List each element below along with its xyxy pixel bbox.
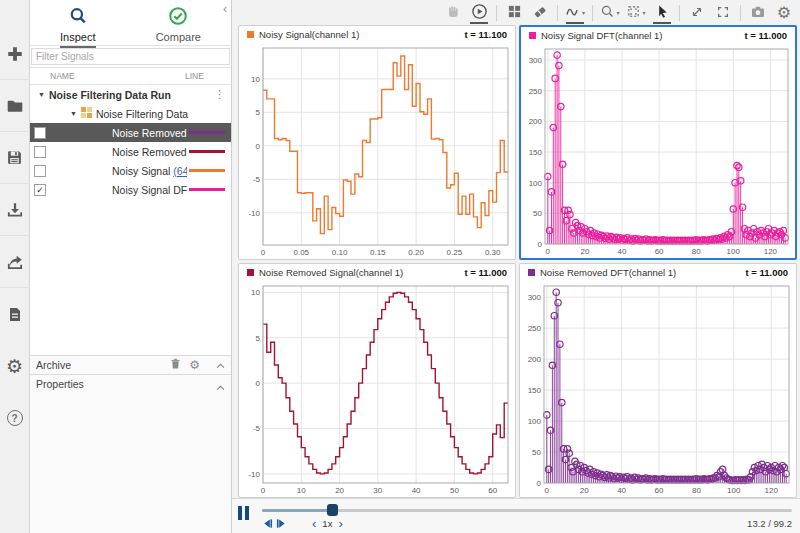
preferences-button[interactable]: ⚙ bbox=[0, 340, 30, 392]
help-button[interactable]: ? bbox=[0, 392, 30, 444]
signal-row[interactable]: Noisy Signal (64 x 1) bbox=[30, 161, 231, 180]
properties-label: Properties bbox=[36, 378, 84, 390]
fullscreen-button[interactable] bbox=[711, 2, 735, 24]
noisy-signal-plot[interactable]: 00.050.100.150.200.250.30-10-50510 bbox=[239, 43, 515, 259]
zoom-button[interactable]: ▾ bbox=[598, 2, 622, 24]
subplot-title: Noisy Signal DFT(channel 1) bbox=[541, 30, 744, 41]
chevron-up-icon[interactable] bbox=[208, 381, 225, 393]
svg-text:40: 40 bbox=[412, 486, 421, 495]
signal-checkbox[interactable] bbox=[34, 146, 46, 158]
svg-text:0: 0 bbox=[538, 240, 543, 249]
signal-checkbox[interactable] bbox=[34, 127, 46, 139]
svg-text:0.20: 0.20 bbox=[408, 248, 424, 257]
playbar-handle[interactable] bbox=[327, 504, 338, 516]
clear-plots-button[interactable] bbox=[528, 2, 552, 24]
folder-icon bbox=[6, 97, 24, 115]
group-row[interactable]: ▼ Noise Filtering Data bbox=[30, 104, 231, 123]
svg-text:-10: -10 bbox=[248, 209, 260, 218]
svg-text:50: 50 bbox=[450, 486, 459, 495]
signal-row[interactable]: Noise Removed D (129 x 1) bbox=[30, 123, 231, 142]
signal-color-swatch bbox=[528, 269, 535, 276]
tab-inspect-label: Inspect bbox=[60, 31, 95, 48]
playback-show-button[interactable] bbox=[467, 2, 491, 24]
trash-icon[interactable] bbox=[162, 358, 181, 372]
speed-up-button[interactable]: › bbox=[338, 519, 342, 529]
group-label: Noise Filtering Data bbox=[96, 108, 188, 120]
slider-track[interactable] bbox=[262, 509, 792, 512]
noise-removed-signal-plot[interactable]: 0102030405060-10-50510 bbox=[239, 281, 515, 497]
kebab-menu-icon[interactable]: ⋮ bbox=[214, 88, 225, 101]
pause-icon bbox=[238, 506, 242, 520]
signal-checkbox[interactable] bbox=[34, 165, 46, 177]
fit-view-icon bbox=[626, 4, 641, 21]
signal-row[interactable]: Noise Removed Si (64 x 1) bbox=[30, 142, 231, 161]
pan-button[interactable] bbox=[441, 2, 465, 24]
subplot-title-bar: Noise Removed Signal(channel 1) t = 11.0… bbox=[239, 264, 515, 281]
plus-icon bbox=[6, 45, 24, 63]
run-row[interactable]: ▼ Noise Filtering Data Run ⋮ bbox=[30, 85, 231, 104]
open-button[interactable] bbox=[0, 80, 30, 132]
speed-down-button[interactable]: ‹ bbox=[312, 519, 316, 529]
select-cursor-button[interactable] bbox=[650, 2, 674, 24]
svg-text:150: 150 bbox=[529, 148, 543, 157]
fit-to-view-button[interactable]: ▾ bbox=[624, 2, 648, 24]
import-button[interactable] bbox=[0, 184, 30, 236]
filter-signals-input[interactable] bbox=[31, 48, 230, 65]
step-back-button[interactable] bbox=[262, 518, 273, 529]
svg-text:5: 5 bbox=[256, 108, 261, 117]
save-button[interactable] bbox=[0, 132, 30, 184]
signal-checkbox[interactable]: ✓ bbox=[34, 184, 46, 196]
filter-row bbox=[30, 46, 231, 68]
signal-name: Noisy Signal DFT bbox=[112, 184, 187, 196]
subplot-noise-removed-signal[interactable]: Noise Removed Signal(channel 1) t = 11.0… bbox=[238, 263, 516, 498]
document-icon bbox=[7, 306, 23, 323]
export-button[interactable] bbox=[0, 236, 30, 288]
hand-icon bbox=[445, 4, 461, 22]
camera-icon bbox=[750, 4, 766, 22]
cursor-time-label: t = 11.000 bbox=[745, 267, 788, 278]
plot-settings-button[interactable]: ⚙ bbox=[772, 2, 796, 24]
signal-row[interactable]: ✓ Noisy Signal DFT (129 x 1) bbox=[30, 180, 231, 199]
signal-dims-link[interactable]: (64 x 1) bbox=[173, 165, 187, 177]
svg-text:200: 200 bbox=[528, 355, 542, 364]
svg-text:50: 50 bbox=[532, 448, 541, 457]
subplot-noisy-signal-dft[interactable]: Noisy Signal DFT(channel 1) t = 11.000 0… bbox=[519, 25, 797, 260]
add-button[interactable] bbox=[0, 28, 30, 80]
tab-inspect[interactable]: Inspect bbox=[50, 6, 105, 45]
caret-down-icon[interactable]: ▼ bbox=[38, 91, 45, 98]
svg-text:10: 10 bbox=[251, 288, 260, 297]
tab-compare[interactable]: Compare bbox=[146, 6, 211, 45]
svg-text:300: 300 bbox=[528, 293, 542, 302]
cursor-time-label: t = 11.000 bbox=[744, 30, 787, 41]
play-circle-icon bbox=[471, 3, 488, 22]
layout-button[interactable] bbox=[502, 2, 526, 24]
noisy-signal-dft-plot[interactable]: 020406080100120050100150200250300 bbox=[521, 44, 795, 258]
caret-down-icon[interactable]: ▼ bbox=[70, 110, 77, 117]
snapshot-button[interactable] bbox=[746, 2, 770, 24]
dropdown-caret-icon: ▾ bbox=[616, 9, 619, 16]
archive-panel-header[interactable]: Archive ⚙ bbox=[30, 355, 231, 374]
signal-table-header: NAME LINE bbox=[30, 68, 231, 85]
playback-slider[interactable] bbox=[262, 503, 792, 516]
collapse-sidebar-button[interactable]: ‹ bbox=[223, 2, 227, 16]
subplot-noise-removed-dft[interactable]: Noise Removed DFT(channel 1) t = 11.000 … bbox=[519, 263, 797, 498]
svg-text:0: 0 bbox=[545, 486, 550, 495]
svg-text:300: 300 bbox=[529, 56, 543, 65]
properties-panel-header[interactable]: Properties bbox=[30, 374, 231, 533]
chevron-up-icon[interactable] bbox=[208, 359, 225, 371]
pause-button[interactable] bbox=[238, 503, 254, 531]
expand-button[interactable] bbox=[685, 2, 709, 24]
step-forward-button[interactable] bbox=[276, 518, 287, 529]
svg-text:20: 20 bbox=[335, 486, 344, 495]
signal-display-button[interactable]: ▾ bbox=[563, 2, 587, 24]
subplot-noisy-signal[interactable]: Noisy Signal(channel 1) t = 11.100 00.05… bbox=[238, 25, 516, 260]
noise-removed-dft-plot[interactable]: 020406080100120050100150200250300 bbox=[520, 281, 796, 497]
column-name: NAME bbox=[30, 71, 185, 81]
archive-gear-icon[interactable]: ⚙ bbox=[189, 358, 200, 372]
subplot-grid: Noisy Signal(channel 1) t = 11.100 00.05… bbox=[238, 25, 797, 498]
svg-text:0.05: 0.05 bbox=[294, 248, 310, 257]
plot-area: ▾ ▾ ▾ bbox=[232, 0, 800, 533]
report-button[interactable] bbox=[0, 288, 30, 340]
simulation-data-inspector: ⚙ ? Inspect Compare ‹ NAME LINE bbox=[0, 0, 800, 533]
svg-text:80: 80 bbox=[692, 486, 701, 495]
